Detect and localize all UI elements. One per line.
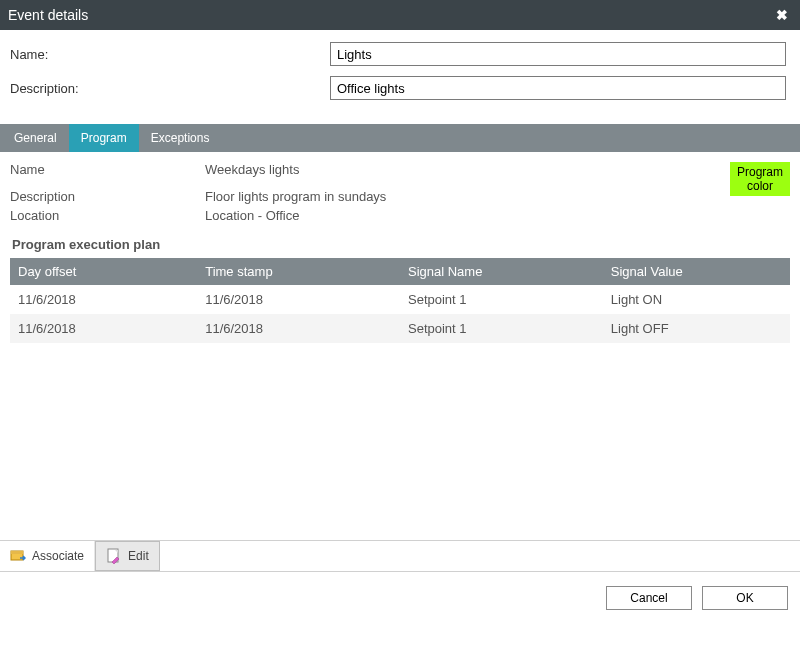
program-location-label: Location [10,208,205,223]
ok-button[interactable]: OK [702,586,788,610]
cell-signal-value: Light ON [603,285,790,314]
table-row[interactable]: 11/6/2018 11/6/2018 Setpoint 1 Light ON [10,285,790,314]
cell-signal-name: Setpoint 1 [400,314,603,343]
tab-exceptions[interactable]: Exceptions [139,124,222,152]
cancel-button[interactable]: Cancel [606,586,692,610]
program-description-value: Floor lights program in sundays [205,189,790,204]
associate-button[interactable]: Associate [0,541,95,571]
close-icon[interactable]: ✖ [772,7,792,23]
col-signal-value[interactable]: Signal Value [603,258,790,285]
table-row[interactable]: 11/6/2018 11/6/2018 Setpoint 1 Light OFF [10,314,790,343]
exec-plan-table-wrap: Day offset Time stamp Signal Name Signal… [10,258,790,540]
col-signal-name[interactable]: Signal Name [400,258,603,285]
svg-rect-1 [11,551,23,554]
program-color-label-line2: color [747,179,773,193]
col-day-offset[interactable]: Day offset [10,258,197,285]
exec-plan-title: Program execution plan [12,237,790,252]
program-panel: Program color Name Weekdays lights Descr… [0,152,800,540]
header-form: Name: Description: [0,30,800,124]
name-input[interactable] [330,42,786,66]
exec-plan-table: Day offset Time stamp Signal Name Signal… [10,258,790,343]
cell-time-stamp: 11/6/2018 [197,314,400,343]
toolbar: Associate Edit [0,540,800,572]
tab-program[interactable]: Program [69,124,139,152]
cell-signal-name: Setpoint 1 [400,285,603,314]
cell-day-offset: 11/6/2018 [10,285,197,314]
program-color-swatch[interactable]: Program color [730,162,790,196]
titlebar: Event details ✖ [0,0,800,30]
tab-bar: General Program Exceptions [0,124,800,152]
cell-day-offset: 11/6/2018 [10,314,197,343]
program-name-label: Name [10,162,205,177]
cell-time-stamp: 11/6/2018 [197,285,400,314]
program-name-value: Weekdays lights [205,162,790,177]
edit-button[interactable]: Edit [95,541,160,571]
edit-label: Edit [128,549,149,563]
program-description-label: Description [10,189,205,204]
description-input[interactable] [330,76,786,100]
col-time-stamp[interactable]: Time stamp [197,258,400,285]
associate-label: Associate [32,549,84,563]
associate-icon [10,548,26,564]
program-color-label-line1: Program [737,165,783,179]
window-title: Event details [8,7,88,23]
program-location-value: Location - Office [205,208,790,223]
tab-general[interactable]: General [2,124,69,152]
description-label: Description: [10,81,110,96]
edit-icon [106,548,122,564]
cell-signal-value: Light OFF [603,314,790,343]
name-label: Name: [10,47,110,62]
footer: Cancel OK [0,572,800,624]
